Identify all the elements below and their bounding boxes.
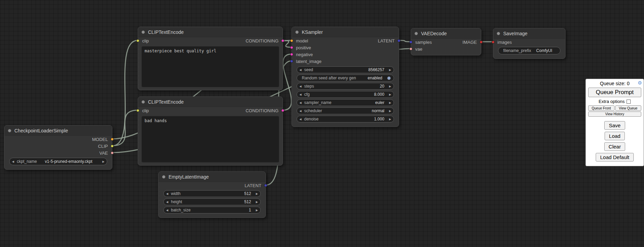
increment-arrow-icon[interactable]: ▶ bbox=[387, 109, 391, 113]
output-row: CLIP bbox=[4, 143, 112, 150]
input-slot-positive[interactable] bbox=[290, 46, 293, 49]
input-label-images: images bbox=[497, 40, 512, 45]
seed-widget[interactable]: ◀ seed 8566257 ▶ bbox=[297, 66, 394, 73]
increment-arrow-icon[interactable]: ▶ bbox=[387, 85, 391, 88]
clear-button[interactable]: Clear bbox=[604, 142, 626, 151]
node-save-image[interactable]: SaveImage images filename_prefix ComfyUI bbox=[493, 28, 566, 59]
decrement-arrow-icon[interactable]: ◀ bbox=[299, 109, 304, 113]
output-slot-conditioning[interactable] bbox=[281, 39, 284, 42]
increment-arrow-icon[interactable]: ▶ bbox=[254, 209, 258, 212]
extra-options-checkbox[interactable] bbox=[627, 100, 631, 104]
scheduler-widget[interactable]: ◀ scheduler normal ▶ bbox=[297, 107, 394, 114]
settings-gear-icon[interactable]: ⚙ bbox=[637, 80, 642, 86]
save-button[interactable]: Save bbox=[604, 121, 625, 130]
output-slot-latent[interactable] bbox=[264, 184, 267, 187]
decrement-arrow-icon[interactable]: ◀ bbox=[299, 118, 304, 121]
load-default-button[interactable]: Load Default bbox=[596, 153, 634, 161]
node-title-bar[interactable]: CLIPTextEncode bbox=[138, 97, 283, 107]
positive-prompt-textarea[interactable]: masterpiece best quality girl bbox=[141, 46, 279, 87]
decrement-arrow-icon[interactable]: ◀ bbox=[299, 93, 304, 96]
height-widget[interactable]: ◀ height 512 ▶ bbox=[163, 198, 261, 205]
input-slot-latent-image[interactable] bbox=[290, 60, 293, 63]
node-title-bar[interactable]: CLIPTextEncode bbox=[138, 27, 283, 37]
input-slot-model[interactable] bbox=[290, 39, 293, 42]
increment-arrow-icon[interactable]: ▶ bbox=[254, 192, 258, 195]
queue-front-button[interactable]: Queue Front bbox=[588, 105, 615, 111]
slot-row: samples IMAGE bbox=[411, 39, 481, 46]
slot-row: positive bbox=[292, 44, 399, 51]
output-slot-model[interactable] bbox=[111, 138, 114, 141]
filename-prefix-widget[interactable]: filename_prefix ComfyUI bbox=[498, 47, 560, 54]
extra-options-row: Extra options bbox=[588, 99, 641, 104]
node-title-bar[interactable]: CheckpointLoaderSimple bbox=[4, 126, 112, 136]
widget-value: enabled bbox=[359, 76, 382, 80]
decrement-arrow-icon[interactable]: ◀ bbox=[12, 160, 16, 163]
node-clip-text-encode-negative[interactable]: CLIPTextEncode clip CONDITIONING bad han… bbox=[138, 96, 283, 166]
width-widget[interactable]: ◀ width 512 ▶ bbox=[163, 190, 261, 197]
increment-arrow-icon[interactable]: ▶ bbox=[387, 101, 391, 104]
output-slot-vae[interactable] bbox=[111, 152, 114, 155]
slot-row: model LATENT bbox=[292, 37, 399, 44]
view-history-button[interactable]: View History bbox=[588, 112, 641, 117]
collapse-dot-icon[interactable] bbox=[141, 30, 145, 34]
output-slot-latent[interactable] bbox=[397, 39, 400, 42]
node-empty-latent-image[interactable]: EmptyLatentImage LATENT ◀ width 512 ▶ ◀ … bbox=[158, 171, 266, 218]
collapse-dot-icon[interactable] bbox=[414, 32, 418, 35]
denoise-widget[interactable]: ◀ denoise 1.000 ▶ bbox=[297, 116, 394, 122]
ckpt-name-widget[interactable]: ◀ ckpt_name v1-5-pruned-emaonly.ckpt ▶ bbox=[9, 158, 107, 165]
increment-arrow-icon[interactable]: ▶ bbox=[254, 200, 258, 204]
input-slot-samples[interactable] bbox=[409, 41, 412, 44]
node-vae-decode[interactable]: VAEDecode samples IMAGE vae bbox=[411, 28, 481, 55]
increment-arrow-icon[interactable]: ▶ bbox=[387, 118, 391, 121]
toggle-dot-icon[interactable] bbox=[387, 76, 391, 80]
slot-row: clip CONDITIONING bbox=[138, 37, 283, 44]
input-slot-clip[interactable] bbox=[136, 109, 139, 112]
decrement-arrow-icon[interactable]: ◀ bbox=[166, 209, 170, 212]
decrement-arrow-icon[interactable]: ◀ bbox=[166, 192, 170, 195]
increment-arrow-icon[interactable]: ▶ bbox=[387, 68, 391, 72]
decrement-arrow-icon[interactable]: ◀ bbox=[299, 85, 304, 88]
output-slot-conditioning[interactable] bbox=[281, 109, 284, 112]
load-button[interactable]: Load bbox=[605, 132, 625, 140]
output-slot-image[interactable] bbox=[480, 41, 483, 44]
random-seed-toggle-widget[interactable]: Random seed after every gen enabled bbox=[297, 75, 394, 81]
collapse-dot-icon[interactable] bbox=[497, 32, 500, 35]
output-slot-clip[interactable] bbox=[111, 145, 114, 148]
input-slot-vae[interactable] bbox=[409, 48, 412, 51]
steps-widget[interactable]: ◀ steps 20 ▶ bbox=[297, 83, 394, 90]
node-title-bar[interactable]: SaveImage bbox=[493, 28, 565, 39]
node-checkpoint-loader-simple[interactable]: CheckpointLoaderSimple MODEL CLIP VAE ◀ … bbox=[4, 125, 112, 170]
queue-buttons-row: Queue Front View Queue bbox=[588, 105, 641, 111]
decrement-arrow-icon[interactable]: ◀ bbox=[299, 101, 304, 104]
increment-arrow-icon[interactable]: ▶ bbox=[100, 160, 104, 163]
widget-value: normal bbox=[325, 108, 384, 113]
view-queue-button[interactable]: View Queue bbox=[615, 105, 642, 111]
collapse-dot-icon[interactable] bbox=[141, 100, 145, 104]
queue-prompt-button[interactable]: Queue Prompt bbox=[588, 88, 641, 97]
node-title-bar[interactable]: VAEDecode bbox=[411, 28, 481, 39]
collapse-dot-icon[interactable] bbox=[8, 129, 11, 132]
node-title: CheckpointLoaderSimple bbox=[14, 128, 68, 133]
widget-label: batch_size bbox=[171, 208, 190, 212]
decrement-arrow-icon[interactable]: ◀ bbox=[166, 200, 170, 204]
node-title: KSampler bbox=[302, 29, 323, 35]
collapse-dot-icon[interactable] bbox=[295, 30, 299, 34]
node-ksampler[interactable]: KSampler model LATENT positive negative … bbox=[292, 27, 399, 127]
batch-size-widget[interactable]: ◀ batch_size 1 ▶ bbox=[163, 207, 261, 213]
input-slot-clip[interactable] bbox=[136, 39, 139, 42]
input-slot-negative[interactable] bbox=[290, 53, 293, 56]
collapse-dot-icon[interactable] bbox=[162, 175, 165, 179]
widget-value: 512 bbox=[185, 199, 251, 204]
input-label-clip: clip bbox=[142, 38, 149, 43]
cfg-widget[interactable]: ◀ cfg 8.000 ▶ bbox=[297, 91, 394, 98]
decrement-arrow-icon[interactable]: ◀ bbox=[299, 68, 304, 72]
increment-arrow-icon[interactable]: ▶ bbox=[387, 93, 391, 96]
node-title-bar[interactable]: EmptyLatentImage bbox=[159, 172, 265, 182]
negative-prompt-textarea[interactable]: bad hands bbox=[141, 116, 279, 162]
input-label-clip: clip bbox=[142, 108, 149, 113]
sampler-name-widget[interactable]: ◀ sampler_name euler ▶ bbox=[297, 99, 394, 106]
input-slot-images[interactable] bbox=[492, 41, 495, 44]
node-clip-text-encode-positive[interactable]: CLIPTextEncode clip CONDITIONING masterp… bbox=[138, 27, 283, 90]
node-title-bar[interactable]: KSampler bbox=[292, 27, 399, 37]
widget-label: Random seed after every gen bbox=[302, 76, 356, 80]
